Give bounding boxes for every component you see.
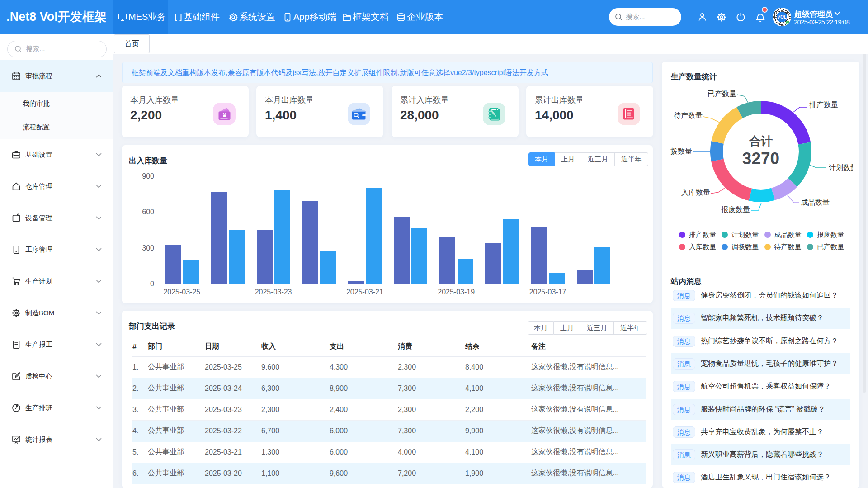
svg-text:¥: ¥: [223, 112, 226, 118]
